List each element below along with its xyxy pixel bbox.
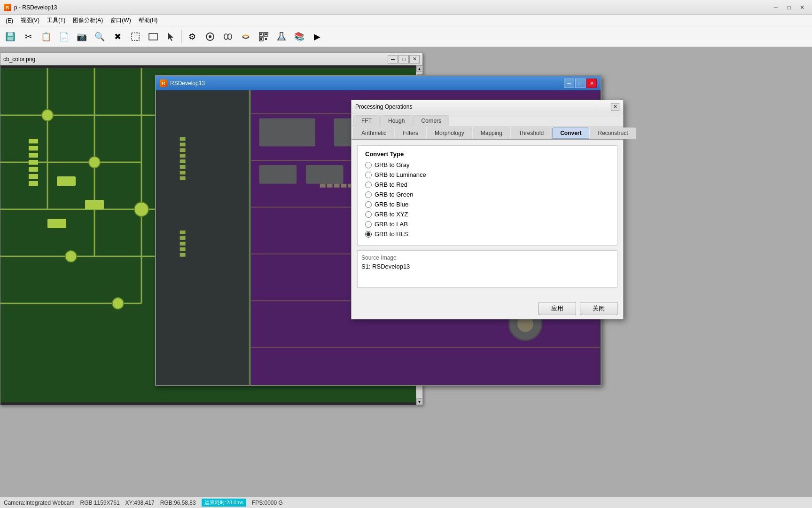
tab-filters[interactable]: Filters bbox=[395, 127, 426, 139]
menu-view[interactable]: 视图(V) bbox=[17, 16, 43, 25]
svg-rect-77 bbox=[180, 236, 186, 240]
svg-rect-38 bbox=[29, 181, 38, 186]
inner-titlebar: cb_color.png ─ □ ✕ bbox=[0, 53, 422, 65]
play-btn[interactable]: ▶ bbox=[309, 28, 326, 45]
inner-minimize-btn[interactable]: ─ bbox=[388, 55, 398, 64]
scroll-down[interactable]: ▼ bbox=[416, 398, 423, 405]
radio-grb-gray-input[interactable] bbox=[365, 162, 372, 168]
workspace: cb_color.png ─ □ ✕ bbox=[0, 47, 812, 508]
source-image-value: S1: RSDevelop13 bbox=[361, 263, 613, 270]
tab-threshold[interactable]: Threshold bbox=[511, 127, 552, 139]
radio-grb-blue-input[interactable] bbox=[365, 201, 372, 208]
cut-btn[interactable]: ✂ bbox=[20, 28, 37, 45]
menubar: (E) 视图(V) 工具(T) 图像分析(A) 窗口(W) 帮助(H) bbox=[0, 15, 812, 26]
dialog-close-btn[interactable]: 关闭 bbox=[580, 302, 617, 315]
radio-grb-gray[interactable]: GRB to Gray bbox=[365, 161, 609, 168]
convert-type-box: Convert Type GRB to Gray GRB to Luminanc… bbox=[357, 145, 617, 246]
zoom-btn[interactable]: 🔍 bbox=[91, 28, 108, 45]
inner-controls[interactable]: ─ □ ✕ bbox=[388, 55, 420, 64]
radio-grb-hls-label: GRB to HLS bbox=[375, 230, 408, 238]
tab-convert[interactable]: Convert bbox=[552, 127, 589, 139]
menu-tools[interactable]: 工具(T) bbox=[43, 16, 69, 25]
radio-grb-xyz-input[interactable] bbox=[365, 211, 372, 218]
apply-btn[interactable]: 应用 bbox=[539, 302, 576, 315]
proc-close-btn[interactable]: ✕ bbox=[611, 103, 619, 111]
radio-grb-red-input[interactable] bbox=[365, 182, 372, 188]
cycle-btn[interactable] bbox=[202, 28, 219, 45]
radio-grb-green[interactable]: GRB to Green bbox=[365, 191, 609, 198]
menu-analysis[interactable]: 图像分析(A) bbox=[69, 16, 107, 25]
svg-rect-13 bbox=[260, 33, 262, 35]
rsd-minimize-btn[interactable]: ─ bbox=[564, 79, 574, 88]
svg-rect-74 bbox=[180, 171, 186, 175]
svg-rect-69 bbox=[180, 143, 186, 146]
flask-btn[interactable] bbox=[273, 28, 290, 45]
radio-grb-luminance[interactable]: GRB to Luminance bbox=[365, 171, 609, 178]
tab-arithmetic[interactable]: Arithmetic bbox=[353, 127, 394, 139]
tab-fft[interactable]: FFT bbox=[353, 115, 380, 126]
svg-rect-15 bbox=[260, 38, 262, 40]
toolbar: ✂ 📋 📄 📷 🔍 ✖ ⚙ 📚 ▶ bbox=[0, 26, 812, 47]
toolbar-sep-1 bbox=[181, 30, 182, 43]
minimize-btn[interactable]: ─ bbox=[770, 3, 782, 12]
scroll-up[interactable]: ▲ bbox=[416, 65, 423, 72]
proc-dialog: Processing Operations ✕ FFT Hough Corner… bbox=[351, 100, 624, 319]
tab-reconstruct[interactable]: Reconstruct bbox=[590, 127, 636, 139]
svg-rect-79 bbox=[180, 247, 186, 251]
link-btn[interactable] bbox=[219, 28, 236, 45]
radio-grb-luminance-input[interactable] bbox=[365, 172, 372, 178]
radio-grb-blue-label: GRB to Blue bbox=[375, 201, 408, 208]
svg-rect-35 bbox=[29, 160, 38, 165]
close-btn[interactable]: ✕ bbox=[796, 3, 808, 12]
menu-e[interactable]: (E) bbox=[2, 16, 17, 25]
tab-hough[interactable]: Hough bbox=[380, 115, 413, 126]
tab-corners[interactable]: Corners bbox=[413, 115, 449, 126]
radio-grb-xyz[interactable]: GRB to XYZ bbox=[365, 211, 609, 218]
rsdevelop-controls[interactable]: ─ □ ✕ bbox=[564, 79, 597, 88]
rsd-maximize-btn[interactable]: □ bbox=[575, 79, 586, 88]
svg-rect-44 bbox=[156, 90, 250, 385]
copy-btn[interactable]: 📋 bbox=[38, 28, 55, 45]
rect-btn[interactable] bbox=[145, 28, 162, 45]
radio-grb-hls[interactable]: GRB to HLS bbox=[365, 230, 609, 238]
inner-maximize-btn[interactable]: □ bbox=[398, 55, 409, 64]
rsd-close-btn[interactable]: ✕ bbox=[586, 79, 597, 88]
svg-rect-1 bbox=[8, 32, 13, 36]
book-btn[interactable]: 📚 bbox=[291, 28, 308, 45]
radio-grb-hls-input[interactable] bbox=[365, 231, 372, 238]
titlebar-controls[interactable]: ─ □ ✕ bbox=[770, 3, 808, 12]
svg-rect-76 bbox=[180, 230, 186, 234]
camera-label: Camera:Integrated Webcam bbox=[4, 500, 75, 506]
menu-help[interactable]: 帮助(H) bbox=[135, 16, 162, 25]
link2-btn[interactable] bbox=[237, 28, 254, 45]
titlebar-left: R p - RSDevelop13 bbox=[4, 4, 57, 11]
tab-morphology[interactable]: Morphology bbox=[427, 127, 472, 139]
clear-btn[interactable]: ✖ bbox=[109, 28, 126, 45]
radio-grb-red[interactable]: GRB to Red bbox=[365, 181, 609, 188]
paste-btn[interactable]: 📄 bbox=[55, 28, 72, 45]
tab-mapping[interactable]: Mapping bbox=[473, 127, 510, 139]
statusbar: Camera:Integrated Webcam RGB 1159X761 XY… bbox=[0, 497, 812, 508]
svg-rect-68 bbox=[180, 137, 186, 141]
save-btn[interactable] bbox=[2, 28, 19, 45]
radio-grb-lab-input[interactable] bbox=[365, 221, 372, 228]
camera-btn[interactable]: 📷 bbox=[73, 28, 90, 45]
radio-grb-red-label: GRB to Red bbox=[375, 181, 407, 188]
maximize-btn[interactable]: □ bbox=[783, 3, 795, 12]
radio-grb-lab[interactable]: GRB to LAB bbox=[365, 221, 609, 228]
svg-rect-14 bbox=[265, 33, 267, 35]
select-btn[interactable] bbox=[127, 28, 144, 45]
inner-close-btn[interactable]: ✕ bbox=[409, 55, 420, 64]
svg-point-7 bbox=[209, 35, 211, 38]
qr-btn[interactable] bbox=[255, 28, 272, 45]
radio-grb-green-input[interactable] bbox=[365, 191, 372, 198]
gear-btn[interactable]: ⚙ bbox=[184, 28, 201, 45]
svg-point-8 bbox=[224, 34, 228, 40]
menu-window[interactable]: 窗口(W) bbox=[107, 16, 134, 25]
svg-rect-73 bbox=[180, 165, 186, 169]
svg-rect-75 bbox=[180, 176, 186, 180]
status-camera: Camera:Integrated Webcam bbox=[4, 500, 75, 506]
radio-grb-blue[interactable]: GRB to Blue bbox=[365, 201, 609, 208]
proc-dialog-title: Processing Operations bbox=[355, 103, 412, 110]
cursor-btn[interactable] bbox=[163, 28, 180, 45]
